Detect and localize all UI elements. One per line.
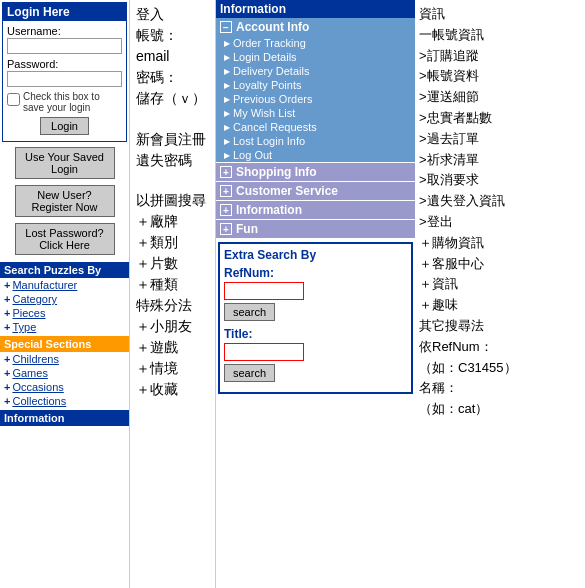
sidebar-item-collections[interactable]: + Collections [0, 394, 129, 408]
account-link-loyalty-points[interactable]: Loyalty Points [216, 78, 415, 92]
new-user-button[interactable]: New User? Register Now [15, 185, 115, 217]
information-title: Information [236, 203, 302, 217]
login-box: Login Here Username: Password: Check thi… [2, 2, 127, 142]
account-link-cancel-requests[interactable]: Cancel Requests [216, 120, 415, 134]
account-link-wish-list[interactable]: My Wish List [216, 106, 415, 120]
far-right-line-19: （如：cat） [419, 399, 581, 420]
sidebar-item-type[interactable]: + Type [0, 320, 129, 334]
save-login-row: Check this box to save your login [7, 91, 122, 113]
sidebar-item-occasions[interactable]: + Occasions [0, 380, 129, 394]
middle-content: 登入 帳號：email 密碼： 儲存（ｖ） 新會員注冊 遺失密碼 以拼圖搜尋 ＋… [130, 0, 215, 588]
username-input[interactable] [7, 38, 122, 54]
far-right-line-18: 名稱： [419, 378, 581, 399]
plus-icon[interactable]: + [220, 223, 232, 235]
save-login-checkbox[interactable] [7, 93, 20, 106]
info-bottom-header: Information [0, 410, 129, 426]
right-info-header: Information [216, 0, 415, 18]
sidebar-item-category[interactable]: + Category [0, 292, 129, 306]
far-right-line-17: （如：C31455） [419, 358, 581, 379]
sidebar-item-label: Childrens [12, 353, 58, 365]
far-right-line-0: 資訊 [419, 4, 581, 25]
login-text: 登入 [136, 4, 209, 25]
plus-icon: + [4, 395, 10, 407]
plus-icon: + [4, 353, 10, 365]
account-link-order-tracking[interactable]: Order Tracking [216, 36, 415, 50]
far-right-line-14: ＋趣味 [419, 295, 581, 316]
sidebar-item-label: Games [12, 367, 47, 379]
far-right-line-13: ＋資訊 [419, 274, 581, 295]
special-method-text: 特殊分法 [136, 295, 209, 316]
fun-section[interactable]: + Fun [216, 220, 415, 238]
far-right-line-2: >訂購追蹤 [419, 46, 581, 67]
account-link-login-details[interactable]: Login Details [216, 50, 415, 64]
ref-label: RefNum: [224, 266, 407, 280]
far-right-line-16: 依RefNum： [419, 337, 581, 358]
shopping-info-title: Shopping Info [236, 165, 317, 179]
sidebar-item-label: Manufacturer [12, 279, 77, 291]
search-item-2: ＋片數 [136, 253, 209, 274]
sidebar-item-label: Occasions [12, 381, 63, 393]
account-title: Account Info [236, 20, 309, 34]
search-item-3: ＋種類 [136, 274, 209, 295]
sidebar-item-label: Category [12, 293, 57, 305]
sidebar-item-label: Pieces [12, 307, 45, 319]
sidebar-item-childrens[interactable]: + Childrens [0, 352, 129, 366]
far-right-line-15: 其它搜尋法 [419, 316, 581, 337]
account-link-lost-login[interactable]: Lost Login Info [216, 134, 415, 148]
information-section[interactable]: + Information [216, 201, 415, 219]
sidebar-item-games[interactable]: + Games [0, 366, 129, 380]
plus-icon: + [4, 381, 10, 393]
special-item-1: ＋遊戲 [136, 337, 209, 358]
search-item-1: ＋類別 [136, 232, 209, 253]
sidebar-item-pieces[interactable]: + Pieces [0, 306, 129, 320]
far-right-line-3: >帳號資料 [419, 66, 581, 87]
sidebar-item-label: Collections [12, 395, 66, 407]
far-right-line-8: >取消要求 [419, 170, 581, 191]
far-right-line-7: >祈求清單 [419, 150, 581, 171]
title-input[interactable] [224, 343, 304, 361]
account-link-delivery-details[interactable]: Delivery Details [216, 64, 415, 78]
customer-service-title: Customer Service [236, 184, 338, 198]
lost-password-button[interactable]: Lost Password? Click Here [15, 223, 115, 255]
sidebar-item-label: Type [12, 321, 36, 333]
fun-title: Fun [236, 222, 258, 236]
special-sections-section: Special Sections + Childrens + Games + O… [0, 334, 129, 408]
refnum-search-button[interactable]: search [224, 303, 275, 321]
refnum-input[interactable] [224, 282, 304, 300]
password-label: Password: [7, 58, 122, 70]
shopping-info-section[interactable]: + Shopping Info [216, 163, 415, 181]
far-right-line-11: ＋購物資訊 [419, 233, 581, 254]
search-intro-text: 以拼圖搜尋 [136, 190, 209, 211]
search-item-0: ＋廠牌 [136, 211, 209, 232]
plus-icon: + [4, 293, 10, 305]
account-section: − Account Info Order Tracking Login Deta… [216, 18, 415, 162]
account-links-list: Order Tracking Login Details Delivery De… [216, 36, 415, 162]
right-sidebar: Information − Account Info Order Trackin… [215, 0, 415, 588]
search-puzzles-section: Search Puzzles By + Manufacturer + Categ… [0, 262, 129, 334]
far-right-line-1: 一帳號資訊 [419, 25, 581, 46]
far-right-line-9: >遺失登入資訊 [419, 191, 581, 212]
minus-icon[interactable]: − [220, 21, 232, 33]
special-item-0: ＋小朋友 [136, 316, 209, 337]
far-right-line-6: >過去訂單 [419, 129, 581, 150]
special-item-2: ＋情境 [136, 358, 209, 379]
login-header: Login Here [3, 3, 126, 21]
sidebar-item-manufacturer[interactable]: + Manufacturer [0, 278, 129, 292]
plus-icon[interactable]: + [220, 204, 232, 216]
account-link-previous-orders[interactable]: Previous Orders [216, 92, 415, 106]
account-link-logout[interactable]: Log Out [216, 148, 415, 162]
plus-icon[interactable]: + [220, 166, 232, 178]
plus-icon: + [4, 321, 10, 333]
account-title-row[interactable]: − Account Info [216, 18, 415, 36]
customer-service-section[interactable]: + Customer Service [216, 182, 415, 200]
plus-icon[interactable]: + [220, 185, 232, 197]
account-line: 帳號：email [136, 25, 209, 67]
password-input[interactable] [7, 71, 122, 87]
saved-login-button[interactable]: Use Your Saved Login [15, 147, 115, 179]
far-right-line-4: >運送細節 [419, 87, 581, 108]
special-item-3: ＋收藏 [136, 379, 209, 400]
title-search-button[interactable]: search [224, 364, 275, 382]
extra-search-title: Extra Search By [224, 248, 407, 262]
login-button[interactable]: Login [40, 117, 89, 135]
far-right-line-5: >忠實者點數 [419, 108, 581, 129]
